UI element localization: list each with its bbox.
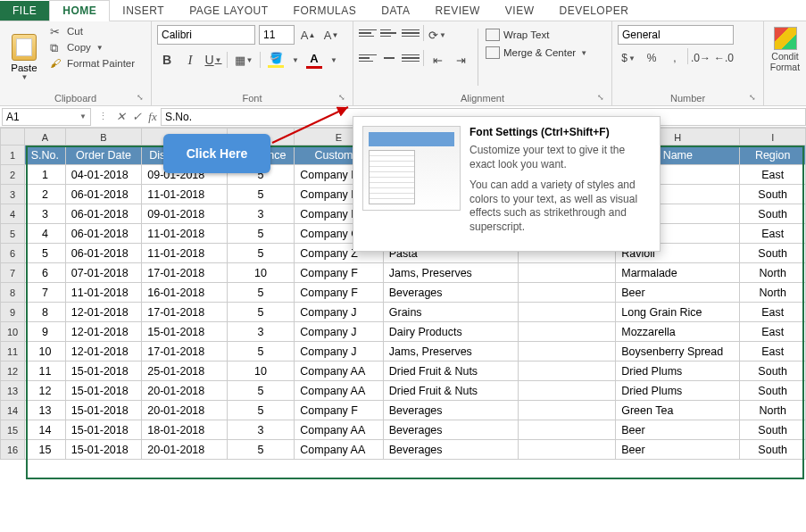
- row-header-4[interactable]: 4: [0, 204, 25, 224]
- name-box[interactable]: A1▼: [2, 108, 91, 126]
- cell[interactable]: Dried Fruit & Nuts: [384, 362, 519, 381]
- clipboard-dialog-launcher[interactable]: ⤡: [137, 93, 147, 104]
- cell[interactable]: Company J: [295, 322, 383, 342]
- cell[interactable]: South: [740, 420, 806, 440]
- cell[interactable]: Beer: [616, 440, 740, 460]
- cell[interactable]: 6: [25, 263, 66, 283]
- orientation-button[interactable]: ⟳▼: [428, 25, 447, 45]
- cell[interactable]: South: [740, 440, 806, 460]
- cell[interactable]: North: [740, 283, 806, 303]
- row-header-7[interactable]: 7: [0, 263, 25, 283]
- cell[interactable]: 14: [25, 420, 66, 440]
- cell[interactable]: 17-01-2018: [142, 303, 227, 322]
- cell[interactable]: 3: [228, 204, 295, 224]
- cell[interactable]: 20-01-2018: [142, 440, 227, 460]
- cell[interactable]: 07-01-2018: [66, 263, 143, 283]
- row-header-10[interactable]: 10: [0, 322, 25, 342]
- cell[interactable]: South: [740, 204, 806, 224]
- cell[interactable]: East: [740, 165, 806, 185]
- tab-developer[interactable]: DEVELOPER: [547, 1, 642, 21]
- cell[interactable]: Company AA: [295, 362, 383, 381]
- cell[interactable]: 5: [228, 401, 295, 420]
- cell[interactable]: 12-01-2018: [66, 342, 143, 362]
- cell[interactable]: 17-01-2018: [142, 342, 227, 362]
- cell[interactable]: 11-01-2018: [66, 283, 143, 303]
- conditional-formatting-button[interactable]: ConditFormat: [764, 21, 806, 78]
- cell[interactable]: 12-01-2018: [66, 303, 143, 322]
- cell[interactable]: Beer: [616, 283, 740, 303]
- cell[interactable]: 11-01-2018: [142, 244, 227, 263]
- cell[interactable]: East: [740, 303, 806, 322]
- cell[interactable]: 8: [25, 303, 66, 322]
- cell[interactable]: 5: [228, 440, 295, 460]
- cell[interactable]: [519, 440, 616, 460]
- cell[interactable]: 06-01-2018: [66, 204, 143, 224]
- cell[interactable]: 09-01-2018: [142, 204, 227, 224]
- tab-home[interactable]: HOME: [49, 0, 110, 22]
- underline-button[interactable]: U▼: [204, 50, 223, 70]
- wrap-text-button[interactable]: Wrap Text: [486, 29, 587, 41]
- cell[interactable]: [519, 342, 616, 362]
- cell[interactable]: 16-01-2018: [142, 283, 227, 303]
- row-header-3[interactable]: 3: [0, 185, 25, 204]
- cell[interactable]: 20-01-2018: [142, 381, 227, 401]
- cell[interactable]: Mozzarella: [616, 322, 740, 342]
- select-all-corner[interactable]: [0, 128, 25, 145]
- cell[interactable]: 10: [25, 342, 66, 362]
- cell[interactable]: [519, 283, 616, 303]
- cell[interactable]: 25-01-2018: [142, 362, 227, 381]
- cell[interactable]: Grains: [384, 303, 519, 322]
- cell[interactable]: [519, 381, 616, 401]
- accounting-button[interactable]: $▼: [618, 48, 639, 68]
- cell[interactable]: Dried Fruit & Nuts: [384, 381, 519, 401]
- row-header-1[interactable]: 1: [0, 145, 25, 165]
- cell[interactable]: Beverages: [384, 420, 519, 440]
- cell[interactable]: 04-01-2018: [66, 165, 143, 185]
- cell[interactable]: 11-01-2018: [142, 185, 227, 204]
- bold-button[interactable]: B: [157, 50, 177, 70]
- cell[interactable]: 12: [25, 381, 66, 401]
- row-header-13[interactable]: 13: [0, 381, 25, 401]
- row-header-14[interactable]: 14: [0, 401, 25, 420]
- cell[interactable]: Beverages: [384, 440, 519, 460]
- cell[interactable]: 15-01-2018: [66, 362, 143, 381]
- cell[interactable]: North: [740, 263, 806, 283]
- cell[interactable]: 06-01-2018: [66, 185, 143, 204]
- cell[interactable]: 5: [228, 244, 295, 263]
- cell[interactable]: Long Grain Rice: [616, 303, 740, 322]
- cell[interactable]: [519, 263, 616, 283]
- cell[interactable]: South: [740, 381, 806, 401]
- alignment-dialog-launcher[interactable]: ⤡: [597, 93, 608, 104]
- cell[interactable]: Beverages: [384, 401, 519, 420]
- cell[interactable]: 15-01-2018: [66, 401, 143, 420]
- cell[interactable]: Company AA: [295, 440, 383, 460]
- align-center-button[interactable]: [380, 50, 398, 66]
- enter-fx-button[interactable]: ✓: [129, 110, 145, 124]
- paste-button[interactable]: Paste ▼: [5, 25, 43, 89]
- cell[interactable]: 13: [25, 401, 66, 420]
- cell[interactable]: [519, 401, 616, 420]
- font-dialog-launcher[interactable]: ⤡: [338, 93, 349, 104]
- align-middle-button[interactable]: [380, 25, 398, 41]
- increase-decimal-button[interactable]: .0→: [690, 48, 711, 68]
- number-dialog-launcher[interactable]: ⤡: [749, 93, 760, 104]
- cell[interactable]: North: [740, 401, 806, 420]
- row-header-8[interactable]: 8: [0, 283, 25, 303]
- tab-review[interactable]: REVIEW: [422, 1, 492, 21]
- increase-indent-button[interactable]: ⇥: [451, 50, 470, 70]
- cell[interactable]: Region: [740, 145, 806, 165]
- cell[interactable]: 5: [228, 342, 295, 362]
- decrease-indent-button[interactable]: ⇤: [428, 50, 447, 70]
- row-header-5[interactable]: 5: [0, 224, 25, 244]
- cell[interactable]: 15-01-2018: [66, 440, 143, 460]
- increase-font-button[interactable]: A▲: [298, 25, 318, 45]
- align-bottom-button[interactable]: [402, 25, 420, 41]
- tab-file[interactable]: FILE: [0, 1, 49, 21]
- cell[interactable]: East: [740, 322, 806, 342]
- cell[interactable]: 3: [228, 322, 295, 342]
- cell[interactable]: 4: [25, 224, 66, 244]
- cell[interactable]: 5: [228, 303, 295, 322]
- cell[interactable]: [519, 362, 616, 381]
- percent-button[interactable]: %: [641, 48, 662, 68]
- cell[interactable]: Company F: [295, 263, 383, 283]
